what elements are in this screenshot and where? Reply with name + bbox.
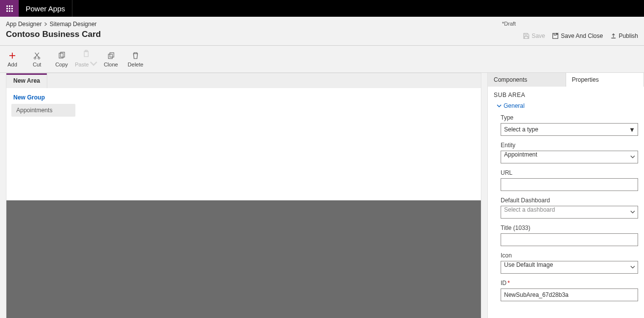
url-input[interactable] — [501, 178, 638, 191]
required-asterisk: * — [508, 280, 510, 286]
panel-tabs: Components Properties — [488, 73, 644, 87]
waffle-icon — [6, 5, 13, 12]
app-name: Power Apps — [19, 0, 72, 17]
save-icon — [523, 32, 530, 39]
save-close-button-label: Save And Close — [561, 32, 603, 39]
canvas-empty-area — [6, 200, 481, 318]
tab-components-label: Components — [494, 76, 527, 83]
id-input[interactable] — [501, 288, 638, 301]
cut-label: Cut — [33, 62, 41, 67]
trash-icon — [132, 52, 139, 60]
entity-field-label: Entity — [501, 142, 638, 149]
tab-properties-label: Properties — [572, 76, 599, 83]
group-label: New Group — [11, 94, 476, 101]
breadcrumb-current: Sitemap Designer — [50, 21, 97, 28]
delete-label: Delete — [128, 62, 143, 67]
save-close-icon — [552, 32, 559, 39]
general-section-toggle[interactable]: General — [497, 102, 638, 109]
publish-button[interactable]: Publish — [610, 32, 638, 39]
id-field-label: ID* — [501, 280, 638, 286]
clipboard-icon — [82, 50, 90, 58]
top-bar: Power Apps — [0, 0, 644, 17]
svg-rect-4 — [84, 51, 88, 57]
chevron-right-icon — [44, 21, 48, 28]
canvas-body: New Group Appointments — [6, 88, 481, 200]
dashboard-field-label: Default Dashboard — [501, 197, 638, 204]
url-field-label: URL — [501, 169, 638, 176]
subarea-item-appointments[interactable]: Appointments — [11, 104, 75, 117]
page-title: Contoso Business Card — [6, 30, 101, 39]
subarea-item-label: Appointments — [16, 107, 52, 114]
toolbar: Add Cut Copy Paste Clone Delete — [0, 46, 644, 73]
chevron-down-icon — [497, 103, 502, 108]
publish-icon — [610, 32, 617, 39]
save-and-close-button[interactable]: Save And Close — [552, 32, 603, 39]
type-field-label: Type — [501, 114, 638, 121]
type-select[interactable]: Select a type — [501, 123, 638, 136]
section-title-subarea: SUB AREA — [494, 92, 638, 98]
svg-rect-7 — [110, 53, 114, 57]
area-tab-label: New Area — [13, 77, 40, 84]
cut-button[interactable]: Cut — [25, 48, 49, 72]
dashboard-select[interactable]: Select a dashboard — [501, 206, 638, 219]
header-bar: App Designer Sitemap Designer Contoso Bu… — [0, 17, 644, 46]
copy-button[interactable]: Copy — [49, 48, 74, 72]
tab-components[interactable]: Components — [488, 73, 566, 87]
clone-icon — [107, 52, 115, 60]
paste-button: Paste — [74, 48, 99, 72]
app-launcher-button[interactable] — [0, 0, 19, 17]
title-field-label: Title (1033) — [501, 224, 638, 231]
area-tabs: New Area — [6, 73, 481, 88]
group-item[interactable]: New Group Appointments — [11, 94, 476, 117]
entity-select[interactable]: Appointment — [501, 151, 638, 163]
chevron-down-icon — [90, 60, 98, 67]
title-input[interactable] — [501, 233, 638, 246]
tab-properties[interactable]: Properties — [566, 73, 644, 87]
add-label: Add — [7, 62, 17, 67]
paste-label: Paste — [75, 62, 89, 67]
breadcrumb: App Designer Sitemap Designer — [6, 21, 101, 28]
properties-panel: Components Properties SUB AREA General T… — [487, 73, 644, 318]
svg-rect-6 — [108, 54, 112, 59]
copy-icon — [58, 52, 66, 60]
breadcrumb-root[interactable]: App Designer — [6, 21, 42, 28]
clone-button[interactable]: Clone — [99, 48, 123, 72]
add-button[interactable]: Add — [0, 48, 25, 72]
general-label: General — [504, 102, 525, 109]
main-region: New Area New Group Appointments Componen… — [0, 73, 644, 318]
copy-label: Copy — [55, 62, 68, 67]
save-button-label: Save — [532, 32, 545, 39]
sitemap-canvas: New Area New Group Appointments — [6, 73, 481, 318]
clone-label: Clone — [104, 62, 118, 67]
draft-status: *Draft — [502, 21, 516, 27]
publish-button-label: Publish — [619, 32, 638, 39]
save-button: Save — [523, 32, 545, 39]
delete-button[interactable]: Delete — [123, 48, 148, 72]
icon-select[interactable]: Use Default Image — [501, 261, 638, 274]
scissors-icon — [33, 52, 41, 60]
plus-icon — [8, 52, 16, 60]
icon-field-label: Icon — [501, 252, 638, 259]
area-tab-new-area[interactable]: New Area — [6, 73, 47, 88]
